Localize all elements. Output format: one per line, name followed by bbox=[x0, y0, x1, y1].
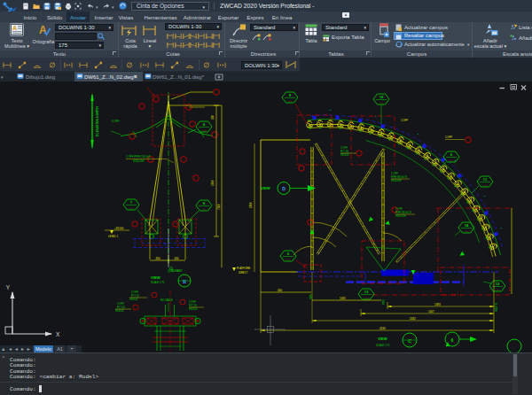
svg-text:TP: TP bbox=[163, 243, 167, 246]
svg-text:XXX: XXX bbox=[202, 129, 207, 131]
svg-text:B: B bbox=[183, 279, 186, 284]
svg-text:1092: 1092 bbox=[340, 297, 346, 300]
svg-text:XXX: XXX bbox=[379, 102, 384, 104]
svg-text:LEVEL 1: LEVEL 1 bbox=[108, 235, 118, 238]
svg-text:HV CABLE: HV CABLE bbox=[160, 298, 173, 302]
svg-text:S355J2: S355J2 bbox=[115, 309, 124, 313]
svg-text:4130: 4130 bbox=[379, 327, 386, 330]
svg-text:2500: 2500 bbox=[211, 180, 215, 186]
svg-text:450: 450 bbox=[174, 257, 178, 260]
svg-text:XXX: XXX bbox=[288, 100, 293, 102]
svg-text:XXX: XXX bbox=[496, 289, 500, 290]
svg-text:XXX: XXX bbox=[202, 208, 207, 210]
svg-text:XXX: XXX bbox=[450, 159, 454, 161]
svg-text:Y: Y bbox=[6, 284, 11, 290]
svg-text:12: 12 bbox=[496, 282, 500, 286]
svg-text:8: 8 bbox=[203, 201, 206, 205]
svg-text:PIPE: PIPE bbox=[309, 294, 313, 299]
svg-text:6: 6 bbox=[450, 152, 453, 157]
svg-text:VIEW: VIEW bbox=[151, 275, 160, 280]
svg-text:X: X bbox=[56, 331, 60, 337]
svg-text:DIRECT: DIRECT bbox=[239, 271, 248, 275]
svg-text:7: 7 bbox=[130, 200, 133, 205]
svg-text:4: 4 bbox=[203, 122, 206, 127]
svg-text:D: D bbox=[282, 186, 286, 191]
svg-text:9: 9 bbox=[289, 93, 292, 97]
svg-text:2432: 2432 bbox=[410, 317, 416, 321]
svg-text:+33.500: +33.500 bbox=[114, 227, 124, 230]
svg-text:14: 14 bbox=[465, 223, 469, 228]
svg-text:PLATFORM: PLATFORM bbox=[237, 267, 251, 270]
svg-text:ELEVATION NORTH: ELEVATION NORTH bbox=[96, 106, 99, 136]
svg-text:1 OFF: 1 OFF bbox=[445, 136, 452, 139]
svg-text:1 OFF PIPE 114.3x8: 1 OFF PIPE 114.3x8 bbox=[126, 155, 151, 159]
svg-text:4 OFF: 4 OFF bbox=[112, 120, 120, 123]
svg-text:B: B bbox=[418, 133, 419, 136]
svg-text:VIEW: VIEW bbox=[378, 337, 387, 341]
svg-text:7500: 7500 bbox=[217, 204, 221, 210]
svg-text:C: C bbox=[408, 338, 411, 344]
svg-text:XXX: XXX bbox=[483, 184, 488, 186]
svg-text:10: 10 bbox=[379, 95, 384, 99]
svg-text:1407: 1407 bbox=[428, 310, 434, 314]
svg-text:S355J2: S355J2 bbox=[129, 298, 138, 301]
svg-text:XXX: XXX bbox=[129, 207, 134, 209]
svg-text:350: 350 bbox=[211, 115, 215, 120]
svg-text:PIPE: PIPE bbox=[382, 299, 386, 305]
svg-text:B: B bbox=[330, 109, 332, 112]
svg-text:SCALE 1:75: SCALE 1:75 bbox=[376, 344, 390, 347]
svg-text:11: 11 bbox=[483, 177, 488, 182]
svg-text:5: 5 bbox=[287, 252, 290, 256]
svg-text:QUADRANT: QUADRANT bbox=[168, 269, 183, 273]
svg-text:6: 6 bbox=[451, 337, 454, 343]
svg-text:450: 450 bbox=[278, 289, 282, 292]
svg-text:13: 13 bbox=[364, 290, 369, 294]
svg-text:SCALE 1:75: SCALE 1:75 bbox=[151, 281, 165, 284]
svg-text:S355J2: S355J2 bbox=[189, 307, 198, 311]
svg-text:1383: 1383 bbox=[434, 303, 441, 306]
svg-text:XXX: XXX bbox=[364, 297, 369, 298]
svg-text:3500: 3500 bbox=[249, 202, 253, 208]
svg-text:A: A bbox=[12, 25, 17, 31]
svg-text:B: B bbox=[484, 195, 486, 198]
svg-text:450: 450 bbox=[155, 257, 160, 260]
svg-text:B: B bbox=[501, 227, 503, 229]
svg-text:SOUTH: SOUTH bbox=[495, 303, 498, 312]
svg-text:1 OFF: 1 OFF bbox=[401, 119, 408, 122]
svg-text:VIEW: VIEW bbox=[261, 186, 270, 190]
svg-text:XXX: XXX bbox=[465, 230, 469, 232]
svg-text:S355J2H: S355J2H bbox=[395, 214, 406, 218]
svg-text:S355J2: S355J2 bbox=[340, 153, 349, 157]
svg-text:XXX: XXX bbox=[286, 259, 291, 260]
svg-text:S355J2H: S355J2H bbox=[391, 179, 402, 182]
svg-text:S355J2H: S355J2H bbox=[133, 159, 144, 163]
